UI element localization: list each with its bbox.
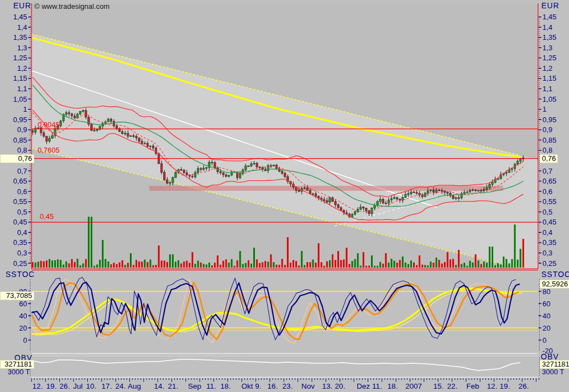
candle-body (197, 169, 199, 173)
candle-body (298, 190, 300, 191)
candle-body (374, 205, 375, 208)
volume-bar (315, 263, 317, 268)
volume-bar (225, 259, 227, 268)
candle-body (138, 138, 140, 142)
level-label-0-7605: 0,7605 (38, 147, 60, 154)
volume-bar (183, 262, 185, 268)
candle-body (180, 170, 182, 170)
price-highlight-right: 0,76 (540, 154, 558, 163)
date-label: 26. (519, 382, 529, 390)
volume-bar (281, 259, 283, 268)
candle-body (351, 214, 353, 217)
volume-bar (500, 264, 502, 268)
price-tick-label-right: 1,15 (542, 74, 556, 82)
volume-bar (180, 264, 182, 268)
price-highlight-left: 0,76 (0, 154, 34, 163)
volume-bar (394, 260, 395, 268)
date-label: Aug (128, 382, 141, 390)
candle-body (245, 166, 247, 170)
price-tick-label-left: 1,2 (17, 64, 27, 72)
candle-body (225, 175, 227, 176)
price-tick-label-left: 1,45 (13, 13, 27, 21)
volume-bar (153, 265, 154, 268)
volume-bar (135, 260, 137, 268)
candle-body (463, 192, 465, 194)
volume-bar (96, 264, 98, 268)
volume-bar (237, 260, 238, 268)
candle-body (340, 207, 342, 210)
price-tick-label-right: 0,95 (542, 116, 556, 124)
volume-bar (360, 266, 362, 268)
price-tick-label-left: 0,3 (17, 249, 27, 257)
volume-bar (424, 265, 426, 268)
candle-body (309, 190, 311, 194)
candle-body (256, 163, 258, 167)
volume-bar (38, 262, 39, 268)
price-tick-label-left: 0,95 (13, 116, 27, 124)
volume-bar (368, 265, 370, 268)
volume-bar (91, 217, 92, 268)
candle-body (326, 201, 328, 202)
candle-body (200, 169, 202, 170)
volume-bar (158, 245, 160, 268)
sstoc-tick-label-left: 40 (19, 312, 27, 320)
volume-bar (295, 261, 297, 268)
candle-body (419, 194, 420, 195)
volume-bar (147, 262, 148, 268)
volume-bar (82, 263, 84, 268)
candle-body (51, 135, 53, 138)
volume-bar (284, 265, 286, 268)
date-label: 22. (447, 382, 458, 390)
obv-scale-right: 3000 T (542, 368, 564, 376)
date-label: 20. (335, 382, 346, 390)
price-tick-label-left: 1,35 (13, 33, 27, 41)
volume-bar (195, 264, 196, 268)
candle-body (359, 207, 361, 209)
volume-bar (309, 262, 311, 268)
sstoc-tick-label-left: 20 (19, 324, 27, 332)
sstoc-tick-label-right: 60 (542, 300, 550, 308)
volume-bar (113, 263, 115, 268)
volume-bar (208, 263, 210, 268)
volume-bar (306, 262, 308, 268)
volume-bar (304, 265, 305, 268)
candle-body (206, 168, 207, 168)
price-tick-label-left: 1,05 (13, 95, 27, 103)
candle-body (32, 130, 33, 132)
volume-bar (508, 263, 510, 268)
candle-body (363, 207, 364, 208)
volume-bar (413, 263, 415, 268)
date-label: Okt (241, 382, 253, 390)
volume-bar (239, 251, 241, 268)
price-tick-label-right: 0,6 (542, 187, 552, 196)
date-label: 11. (372, 382, 382, 390)
volume-bar (169, 254, 171, 268)
volume-bar (354, 259, 356, 268)
candle-body (304, 188, 305, 189)
price-tick-label-left: 0,45 (13, 218, 27, 226)
price-tick-label-right: 0,7 (542, 167, 552, 175)
volume-bar (444, 262, 446, 268)
volume-bar (127, 263, 129, 268)
candle-body (483, 189, 485, 190)
candle-body (385, 203, 387, 203)
candle-body (516, 161, 518, 164)
volume-bar (130, 253, 132, 268)
candle-body (107, 119, 109, 122)
candle-body (203, 168, 205, 169)
chart-canvas[interactable]: 1,451,451,41,41,351,351,31,31,251,251,21… (0, 0, 569, 392)
price-tick-label-left: 0,8 (17, 146, 27, 154)
candle-body (368, 211, 370, 213)
obv-title-right: OBV (541, 353, 559, 360)
volume-bar (93, 266, 95, 268)
volume-bar (270, 254, 272, 268)
volume-bar (290, 263, 291, 268)
volume-bar (245, 263, 247, 268)
candle-body (133, 136, 134, 137)
candle-body (474, 190, 476, 191)
volume-bar (54, 260, 56, 268)
candle-body (346, 213, 347, 214)
price-tick-label-right: 0,35 (542, 238, 556, 247)
sstoc-panel (27, 278, 538, 343)
volume-bar (259, 263, 260, 268)
